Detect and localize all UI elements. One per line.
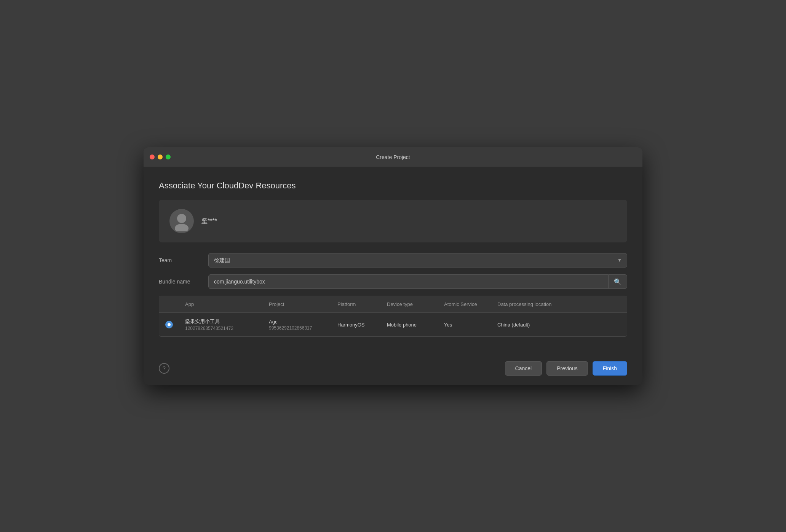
row-project-cell: Agc 99536292102856317 bbox=[263, 313, 331, 337]
minimize-button[interactable] bbox=[158, 155, 163, 159]
col-header-select bbox=[159, 296, 179, 313]
team-select[interactable]: 徐建国 bbox=[208, 253, 627, 268]
row-atomic-cell: Yes bbox=[438, 313, 491, 337]
search-button[interactable]: 🔍 bbox=[608, 274, 627, 289]
row-platform-cell: HarmonyOS bbox=[331, 313, 381, 337]
question-mark-icon: ? bbox=[163, 365, 166, 371]
table-header-row: App Project Platform Device type Atomic … bbox=[159, 296, 627, 313]
svg-point-0 bbox=[177, 214, 186, 223]
table-row[interactable]: 坚果实用小工具 1202782635743521472 Agc 99536292… bbox=[159, 313, 627, 337]
footer-buttons: Cancel Previous Finish bbox=[505, 361, 627, 376]
svg-point-1 bbox=[175, 224, 189, 231]
page-title: Associate Your CloudDev Resources bbox=[159, 181, 627, 191]
user-name: 坚**** bbox=[201, 217, 217, 225]
search-icon: 🔍 bbox=[614, 278, 621, 285]
maximize-button[interactable] bbox=[166, 155, 171, 159]
app-table: App Project Platform Device type Atomic … bbox=[159, 296, 627, 336]
main-window: Create Project Associate Your CloudDev R… bbox=[144, 147, 642, 385]
window-title: Create Project bbox=[376, 154, 410, 160]
bundle-input[interactable] bbox=[208, 274, 608, 289]
avatar bbox=[169, 209, 194, 233]
team-row: Team 徐建国 ▼ bbox=[159, 253, 627, 268]
user-card: 坚**** bbox=[159, 200, 627, 242]
row-device-cell: Mobile phone bbox=[381, 313, 438, 337]
row-data-location-cell: China (default) bbox=[491, 313, 627, 337]
app-name: 坚果实用小工具 bbox=[185, 318, 257, 325]
bundle-label: Bundle name bbox=[159, 279, 208, 285]
title-bar: Create Project bbox=[144, 147, 642, 167]
previous-button[interactable]: Previous bbox=[546, 361, 588, 376]
project-id: 99536292102856317 bbox=[269, 325, 325, 331]
close-button[interactable] bbox=[150, 155, 155, 159]
col-header-app: App bbox=[179, 296, 263, 313]
help-button[interactable]: ? bbox=[159, 363, 169, 374]
team-select-wrapper: 徐建国 ▼ bbox=[208, 253, 627, 268]
row-app-cell: 坚果实用小工具 1202782635743521472 bbox=[179, 313, 263, 337]
col-header-atomic: Atomic Service bbox=[438, 296, 491, 313]
dialog-footer: ? Cancel Previous Finish bbox=[144, 355, 642, 385]
project-name: Agc bbox=[269, 319, 325, 325]
col-header-platform: Platform bbox=[331, 296, 381, 313]
finish-button[interactable]: Finish bbox=[593, 361, 627, 376]
col-header-data-location: Data processing location bbox=[491, 296, 627, 313]
team-label: Team bbox=[159, 257, 208, 263]
dialog-content: Associate Your CloudDev Resources 坚**** … bbox=[144, 167, 642, 355]
app-id: 1202782635743521472 bbox=[185, 326, 257, 331]
radio-selected[interactable] bbox=[165, 321, 173, 328]
traffic-lights bbox=[150, 155, 171, 159]
bundle-input-wrapper: 🔍 bbox=[208, 274, 627, 289]
col-header-device: Device type bbox=[381, 296, 438, 313]
row-select-cell[interactable] bbox=[159, 313, 179, 337]
col-header-project: Project bbox=[263, 296, 331, 313]
bundle-row: Bundle name 🔍 bbox=[159, 274, 627, 289]
app-table-container: App Project Platform Device type Atomic … bbox=[159, 296, 627, 337]
cancel-button[interactable]: Cancel bbox=[505, 361, 542, 376]
